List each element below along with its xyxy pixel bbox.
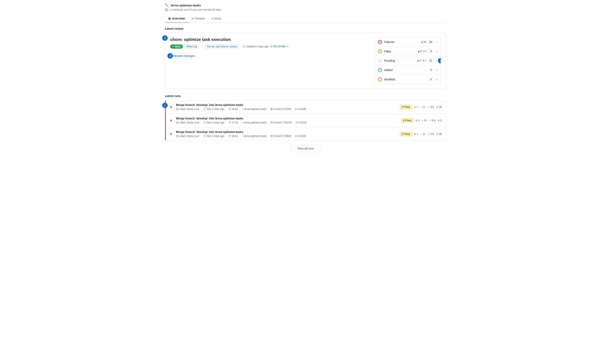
review-changes-button[interactable]: Review changes ›: [170, 53, 199, 59]
run-author: Adam Stone-Lord: [176, 108, 199, 111]
run-stats: 9 Flaky ⊘ 0 ○ 19 ✓ 464 ✕ 2: [401, 118, 442, 123]
chevron-right-icon: ›: [195, 54, 197, 58]
run-stats: 9 Flaky ⊘ 1 ○ 12 ✓ 351 ✕ 34: [400, 105, 442, 109]
latest-runs-section: Latest runs 4 ✕ Merge branch 'develop' i…: [165, 94, 446, 152]
run-item[interactable]: ✕ Merge branch 'develop' into lerna-opti…: [165, 114, 446, 127]
tabs-bar: ⊞ Overview ⇄ Review ≡ Runs: [165, 15, 446, 23]
run-pending: ○ 12: [420, 132, 425, 135]
review-main: chore: optimize task execution Open deve…: [170, 37, 369, 84]
run-meta: Adam Stone-Lord · 🕐 Ran 2 days ago · ⏱ 1…: [176, 134, 400, 138]
flaky-label: Flaky: [384, 50, 417, 53]
run-branch: ⑂ lerna-optimize-tasks: [242, 108, 266, 111]
run-skipped: ⊘ 1: [414, 105, 418, 108]
run-passed: ✓ 351: [427, 105, 434, 108]
pending-icon: ○: [378, 59, 382, 63]
run-ran: 🕐 Ran 2 days ago: [203, 121, 224, 124]
stat-row-flaky[interactable]: F Flaky ▲ 8 ▼ 2 9 ›: [375, 47, 441, 56]
view-all-runs-button[interactable]: View all runs: [290, 145, 320, 152]
run-time: ⏱ 18:24: [229, 108, 238, 111]
run-meta: Adam Stone-Lord · 🕐 Ran 2 days ago · ⏱ 1…: [176, 121, 401, 124]
run-item[interactable]: ✕ Merge branch 'develop' into lerna-opti…: [165, 100, 446, 114]
branch-from: develop: [185, 44, 199, 49]
author-avatar: [176, 121, 179, 124]
run-pending: ○ 12: [420, 105, 425, 108]
failures-nums: ▲ 34 34 ›: [421, 40, 437, 44]
author-avatar: [176, 108, 179, 111]
run-ci: ⛓ CircleCI 7d584f: [271, 135, 291, 138]
run-title: Merge branch 'develop' into lerna-optimi…: [176, 117, 401, 120]
repo-meta-text: 1 contributor and 34 runs over the last …: [169, 8, 221, 11]
failures-label: Failures: [384, 40, 421, 44]
flaky-arrow: ›: [436, 50, 437, 53]
badge-2: 2: [167, 53, 173, 59]
branch-icon: ⑂: [242, 135, 244, 138]
stat-row-modified[interactable]: ~ Modified 0 ›: [375, 75, 441, 84]
hash-icon: #: [296, 121, 297, 124]
runs-icon: ≡: [212, 17, 213, 20]
pending-up: ▲ 9: [417, 59, 421, 62]
stat-row-pending[interactable]: ○ Pending ▲ 9 ▼ 3 12 ›: [375, 56, 441, 65]
branch-icon: ⑂: [242, 121, 244, 124]
run-title: Merge branch 'develop' into lerna-optimi…: [176, 103, 400, 107]
overview-icon: ⊞: [168, 17, 171, 20]
stat-row-failures[interactable]: ✕ Failures ▲ 34 34 ›: [375, 37, 441, 47]
flaky-badge: 9 Flaky: [400, 105, 412, 109]
pending-total: 12: [427, 59, 434, 63]
flaky-down: ▼ 2: [423, 50, 427, 53]
run-ran: 🕐 Ran 2 days ago: [203, 108, 224, 111]
status-badge-open: Open: [170, 44, 183, 49]
repo-meta: 1 contributor and 34 runs over the last …: [165, 8, 446, 12]
modified-arrow: ›: [436, 78, 437, 81]
timer-icon: ⏱: [229, 121, 231, 124]
run-author: Adam Stone-Lord: [176, 135, 199, 138]
pending-nums: ▲ 9 ▼ 3 12 ›: [417, 59, 437, 63]
run-time: ⏱ 18:41: [229, 135, 238, 138]
modified-total: 0: [428, 77, 434, 81]
link-icon: ⛓: [271, 121, 273, 124]
review-card-title: chore: optimize task execution: [170, 37, 369, 42]
tab-review[interactable]: ⇄ Review: [188, 15, 208, 23]
run-status-fail-icon: ✕: [169, 119, 173, 122]
run-ci: ⛓ CircleCI 7b2479: [271, 121, 292, 124]
external-link-icon: ↗: [286, 45, 288, 48]
github-icon: ⊙: [270, 45, 272, 48]
timer-icon: ⏱: [229, 135, 231, 138]
run-time: ⏱ 17:39: [229, 121, 238, 124]
clock-icon: 🕐: [203, 108, 206, 111]
review-card: chore: optimize task execution Open deve…: [165, 33, 446, 89]
run-passed: ✓ 378: [427, 132, 434, 135]
repo-icon: ✏️: [165, 3, 169, 7]
branch-icon: ⑂: [242, 108, 244, 111]
run-branch: ⑂ lerna-optimize-tasks: [242, 121, 266, 124]
run-failed: ✕ 35: [436, 132, 442, 135]
link-icon: ⛓: [271, 108, 273, 111]
run-status-fail-icon: ✕: [169, 105, 173, 109]
latest-review-title: Latest review: [165, 27, 446, 30]
avatar: [165, 8, 168, 12]
timer-icon: ⏱: [229, 108, 231, 111]
pending-arrow: ›: [436, 59, 437, 62]
repo-title: lerna-optimize-tasks: [171, 3, 201, 7]
updated-meta: 🕐 Updated 2 days ago: [242, 45, 269, 48]
flaky-total: 9: [428, 49, 434, 53]
run-failed: ✕ 34: [436, 105, 442, 108]
tab-overview[interactable]: ⊞ Overview: [165, 15, 188, 23]
flaky-badge: 9 Flaky: [401, 118, 413, 123]
run-item[interactable]: ✕ Merge branch 'develop' into lerna-opti…: [165, 127, 446, 141]
run-main: Merge branch 'develop' into lerna-optimi…: [176, 117, 401, 124]
pending-down: ▼ 3: [422, 59, 426, 62]
flaky-up: ▲ 8: [417, 50, 421, 53]
tab-runs[interactable]: ≡ Runs: [208, 15, 225, 23]
run-author: Adam Stone-Lord: [176, 121, 199, 124]
run-meta: Adam Stone-Lord · 🕐 Ran 2 days ago · ⏱ 1…: [176, 107, 400, 111]
stat-row-added[interactable]: + Added 0 ›: [375, 65, 441, 75]
hash-icon: #: [295, 108, 297, 111]
clock-icon: 🕐: [203, 135, 206, 138]
modified-label: Modified: [384, 78, 428, 81]
pr-link[interactable]: ⊙ PR #27848 ↗: [270, 45, 288, 48]
author-avatar: [176, 135, 179, 138]
failures-total: 34: [427, 40, 434, 44]
run-status-fail-icon: ✕: [169, 132, 173, 136]
arrow-sep: ←: [201, 45, 204, 48]
added-arrow: ›: [436, 68, 437, 72]
